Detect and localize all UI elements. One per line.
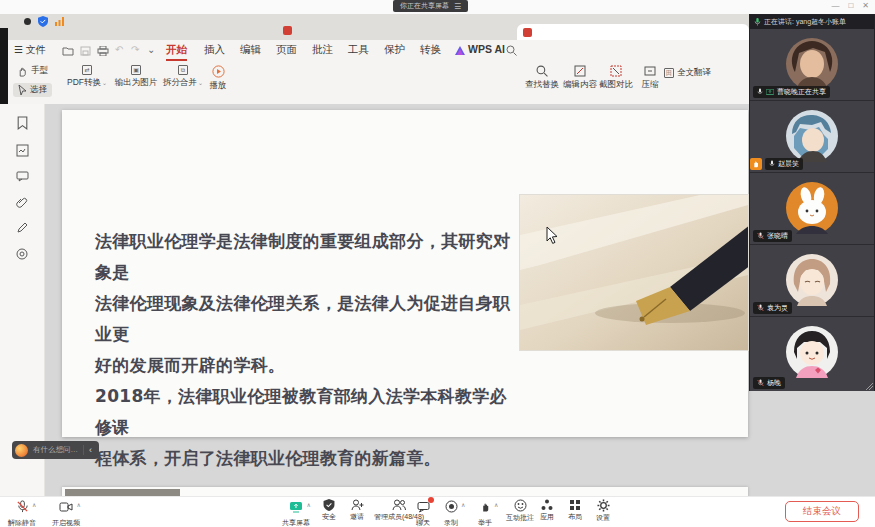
cursor-select-icon	[18, 85, 27, 95]
tab-convert[interactable]: 转换	[420, 43, 441, 57]
resize-handle[interactable]	[864, 381, 873, 390]
document-tab[interactable]	[517, 24, 749, 40]
participant-name-badge: 袁为灵	[753, 302, 792, 314]
page-text: 法律职业伦理学是法律制度的重要组成部分，其研究对象是 法律伦理现象及法律伦理关系…	[95, 226, 513, 474]
record-icon	[445, 500, 458, 513]
security-button[interactable]: 安全	[322, 499, 336, 522]
mouse-cursor	[546, 226, 559, 245]
find-replace-button[interactable]: 查找替换	[522, 65, 562, 91]
attachment-icon[interactable]	[16, 196, 28, 208]
hand-icon	[17, 66, 28, 77]
translate-icon: 田	[664, 68, 674, 78]
record-dot-icon	[24, 18, 31, 25]
split-merge-button[interactable]: ⧉ 拆分合并⌄	[160, 65, 206, 89]
ai-logo-icon	[15, 444, 28, 457]
ai-hint-text: 有什么想问…	[33, 445, 78, 455]
participant-tile[interactable]: 袁为灵	[750, 245, 874, 317]
speaking-banner: 正在讲话: yang超冬小账单	[750, 15, 874, 29]
participant-name-badge: 赵晨笑	[765, 158, 803, 170]
start-video-button[interactable]: ∧ 开启视频	[52, 499, 80, 527]
bookmark-icon[interactable]	[16, 116, 29, 130]
avatar	[786, 254, 838, 306]
redo-icon[interactable]: ↷	[131, 44, 139, 55]
left-sidebar	[0, 104, 45, 497]
participant-tile[interactable]: 赵晨笑	[750, 101, 874, 173]
raise-hand-button[interactable]: ∧ 举手	[478, 499, 492, 527]
text-line: 2018年，法律职业伦理被教育部纳入法学本科教学必修课	[95, 381, 513, 443]
share-screen-button[interactable]: ∧ 共享屏幕	[282, 499, 310, 527]
file-menu-button[interactable]: ☰ 文件	[14, 43, 46, 57]
record-button[interactable]: ∧ 录制	[444, 499, 458, 527]
hand-tool-button[interactable]: 手型	[17, 65, 48, 77]
avatar	[786, 110, 838, 162]
tab-page[interactable]: 页面	[276, 43, 297, 57]
tab-wps-ai[interactable]: WPS AI	[468, 43, 505, 55]
minimize-button[interactable]: —	[831, 1, 839, 11]
close-button[interactable]: ✕	[862, 1, 869, 11]
search-icon[interactable]	[506, 45, 517, 56]
undo-icon[interactable]: ↶	[115, 44, 123, 55]
avatar	[786, 326, 838, 378]
camera-icon	[59, 501, 73, 513]
chevron-down-icon[interactable]: ⌄	[147, 44, 155, 55]
stamp-icon[interactable]	[16, 248, 28, 260]
pdf-page[interactable]: 法律职业伦理学是法律制度的重要组成部分，其研究对象是 法律伦理现象及法律伦理关系…	[62, 110, 748, 437]
avatar	[786, 182, 838, 234]
compress-icon	[644, 65, 656, 77]
interactive-annotation-button[interactable]: 互动批注	[506, 499, 534, 523]
participant-tile[interactable]: 张晓晴	[750, 173, 874, 245]
tab-insert[interactable]: 插入	[204, 43, 225, 57]
chat-button[interactable]: 聊天	[416, 499, 430, 527]
split-merge-icon: ⧉	[178, 65, 188, 75]
invite-person-icon	[351, 499, 364, 511]
screen-share-banner[interactable]: 你正在共享屏幕 ☰	[393, 0, 468, 12]
screenshot-compare-button[interactable]: 截图对比	[596, 65, 636, 91]
annotate-pen-icon[interactable]	[16, 222, 28, 234]
comment-icon[interactable]	[16, 171, 29, 182]
settings-button[interactable]: 设置	[596, 499, 610, 523]
participant-name-badge: 杨晚	[753, 377, 785, 389]
print-icon[interactable]	[97, 46, 109, 56]
menubar: ☰ 文件 ↶ ↷ ⌄ 开始 插入 编辑 页面 批注 工具 保护 转换 WPS A…	[0, 40, 875, 61]
participant-tile[interactable]: 杨晚	[750, 317, 874, 391]
layout-grid-icon	[569, 499, 581, 511]
participant-tile[interactable]: 曹晓晚正在共享	[750, 29, 874, 101]
edit-content-button[interactable]: 编辑内容	[560, 65, 600, 91]
play-icon	[212, 65, 225, 78]
chat-icon	[417, 501, 430, 513]
muted-mic-icon	[757, 304, 764, 312]
tab-protect[interactable]: 保护	[384, 43, 405, 57]
tab-edit[interactable]: 编辑	[240, 43, 261, 57]
collapse-chevron-icon[interactable]: ‹	[83, 445, 92, 455]
tab-home[interactable]: 开始	[166, 43, 187, 57]
play-button[interactable]: 播放	[204, 65, 232, 92]
compare-icon	[610, 65, 622, 77]
invite-button[interactable]: 邀请	[350, 499, 364, 522]
shield-icon	[323, 499, 335, 511]
open-icon[interactable]	[62, 46, 74, 56]
edit-pen-icon	[574, 65, 586, 77]
layout-button[interactable]: 布局	[568, 499, 582, 522]
thumbnails-icon[interactable]	[16, 144, 29, 157]
ai-assistant-pill[interactable]: 有什么想问… ‹	[12, 441, 99, 459]
select-tool-button[interactable]: 选择	[13, 83, 52, 97]
save-icon[interactable]	[80, 46, 91, 56]
share-status-text: 你正在共享屏幕	[400, 1, 449, 11]
end-meeting-button[interactable]: 结束会议	[785, 501, 859, 522]
apps-button[interactable]: 应用	[540, 499, 554, 522]
compress-button[interactable]: 压缩	[636, 65, 664, 91]
muted-mic-icon	[757, 379, 764, 387]
export-image-button[interactable]: ▣ 输出为图片	[112, 65, 160, 89]
gear-icon	[597, 499, 610, 512]
ribbon-toolbar: 手型 选择 ⇄ PDF转换⌄ ▣ 输出为图片 ⧉ 拆分合并⌄ 播放 134.06…	[0, 61, 875, 105]
unmute-button[interactable]: ∧ 解除静音	[8, 499, 36, 527]
share-menu-icon[interactable]: ☰	[454, 2, 461, 11]
maximize-button[interactable]: □	[848, 1, 853, 11]
meeting-panel[interactable]: 正在讲话: yang超冬小账单 曹晓晚正在共享	[749, 14, 875, 391]
translate-full-button[interactable]: 田 全文翻译	[664, 67, 711, 79]
muted-mic-icon	[16, 500, 29, 513]
tab-tools[interactable]: 工具	[348, 43, 369, 57]
tab-annotate[interactable]: 批注	[312, 43, 333, 57]
pdf-convert-button[interactable]: ⇄ PDF转换⌄	[64, 65, 110, 89]
smiley-icon	[514, 499, 527, 512]
